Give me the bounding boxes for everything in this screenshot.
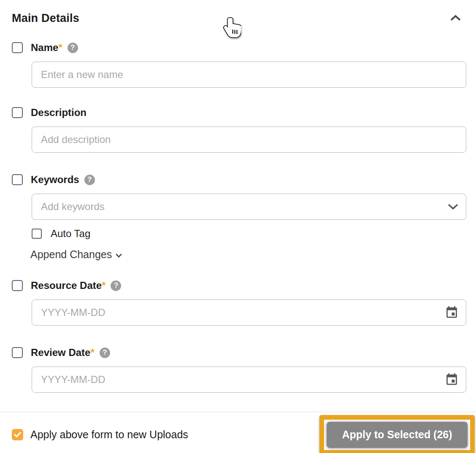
help-icon[interactable]: ?	[68, 43, 78, 53]
field-row-description: Description	[12, 107, 466, 119]
calendar-icon	[445, 373, 459, 387]
name-checkbox[interactable]	[12, 42, 23, 53]
resource-date-input[interactable]	[32, 299, 466, 326]
auto-tag-row: Auto Tag	[32, 228, 466, 240]
keywords-label: Keywords	[31, 174, 79, 186]
field-resource-date: Resource Date* ?	[12, 280, 466, 326]
footer-bar: Apply above form to new Uploads Apply to…	[0, 412, 476, 453]
apply-button-highlight-box: Apply to Selected (26)	[319, 415, 475, 453]
chevron-down-icon	[116, 253, 122, 258]
field-description: Description	[12, 107, 466, 153]
append-changes-dropdown[interactable]: Append Changes	[30, 248, 122, 261]
description-input[interactable]	[32, 127, 466, 153]
review-date-input-wrap	[32, 367, 466, 393]
panel-header: Main Details	[12, 12, 466, 25]
description-input-wrap	[32, 127, 466, 153]
name-label: Name*	[31, 42, 62, 54]
description-checkbox[interactable]	[12, 107, 23, 118]
append-changes-label: Append Changes	[30, 248, 112, 261]
keywords-input[interactable]	[32, 194, 466, 220]
apply-to-uploads-label: Apply above form to new Uploads	[30, 429, 188, 441]
resource-date-label: Resource Date*	[31, 280, 105, 291]
required-asterisk: *	[90, 347, 94, 358]
description-label: Description	[31, 107, 87, 119]
chevron-down-icon	[447, 204, 459, 210]
field-row-resource-date: Resource Date* ?	[12, 280, 466, 291]
collapse-section-button[interactable]	[448, 13, 463, 24]
required-asterisk: *	[58, 42, 62, 53]
apply-to-uploads-checkbox-row[interactable]: Apply above form to new Uploads	[12, 429, 188, 441]
chevron-up-icon	[450, 15, 461, 21]
auto-tag-checkbox[interactable]	[32, 229, 42, 239]
help-icon[interactable]: ?	[84, 175, 95, 185]
help-icon[interactable]: ?	[100, 348, 110, 358]
field-row-name: Name* ?	[12, 42, 466, 54]
keywords-input-wrap	[32, 194, 466, 220]
required-asterisk: *	[102, 280, 105, 291]
help-icon[interactable]: ?	[111, 280, 121, 291]
field-review-date: Review Date* ?	[12, 347, 466, 393]
field-name: Name* ?	[12, 42, 466, 88]
resource-date-checkbox[interactable]	[12, 280, 23, 291]
apply-to-selected-button[interactable]: Apply to Selected (26)	[327, 422, 468, 448]
review-date-label: Review Date*	[31, 347, 95, 359]
auto-tag-label: Auto Tag	[51, 228, 90, 240]
apply-to-uploads-checkbox[interactable]	[12, 429, 23, 440]
page-title: Main Details	[12, 12, 79, 25]
review-date-input[interactable]	[32, 367, 466, 393]
field-row-keywords: Keywords ?	[12, 174, 466, 186]
resource-date-input-wrap	[32, 299, 466, 326]
field-keywords: Keywords ? Auto Tag Append Changes	[12, 174, 466, 261]
review-date-checkbox[interactable]	[12, 347, 23, 358]
review-date-calendar-button[interactable]	[444, 372, 460, 388]
name-input[interactable]	[32, 62, 466, 88]
name-input-wrap	[32, 62, 466, 88]
keywords-dropdown-button[interactable]	[446, 203, 460, 211]
resource-date-calendar-button[interactable]	[444, 305, 460, 321]
calendar-icon	[445, 306, 459, 320]
keywords-checkbox[interactable]	[12, 174, 23, 185]
checkmark-icon	[14, 432, 21, 437]
field-row-review-date: Review Date* ?	[12, 347, 466, 359]
main-details-panel: Main Details Name* ? Description	[0, 0, 476, 393]
